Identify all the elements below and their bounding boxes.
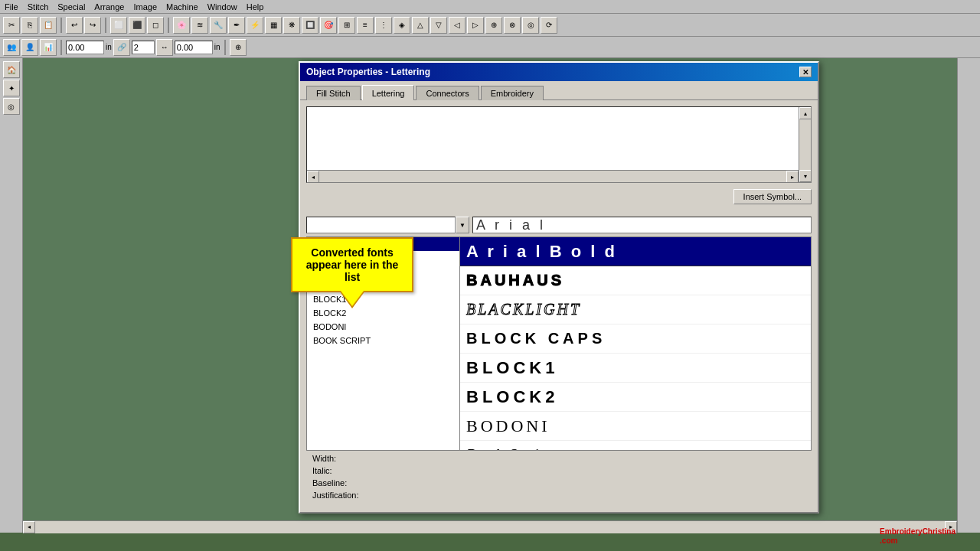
- font-preview-text: A r i a l: [476, 217, 546, 233]
- toolbar-btn-16[interactable]: ⊞: [338, 17, 355, 34]
- tab-lettering[interactable]: Lettering: [362, 85, 415, 100]
- font-preview-bauhaus[interactable]: BAUHAUS: [460, 266, 811, 295]
- toolbar-btn-17[interactable]: ≡: [357, 17, 374, 34]
- font-preview-box: A r i a l: [472, 217, 812, 233]
- toolbar2-btn-1[interactable]: 👥: [3, 39, 20, 56]
- h-scrollbar[interactable]: ◂ ▸: [23, 520, 957, 533]
- font-previews-list[interactable]: A r i a l B o l d BAUHAUS BLACKLIGHT BLO…: [460, 237, 811, 450]
- font-preview-block2[interactable]: BLOCK2: [460, 383, 811, 412]
- toolbar2-btn-5[interactable]: ⊕: [230, 39, 247, 56]
- toolbar-btn-19[interactable]: ◈: [394, 17, 410, 34]
- sidebar-btn-1[interactable]: 🏠: [3, 61, 20, 78]
- prop-row-width: Width:: [312, 454, 805, 463]
- prop-row-justification: Justification:: [312, 491, 805, 500]
- toolbar-btn-26[interactable]: ◎: [522, 17, 539, 34]
- menu-special[interactable]: Special: [57, 2, 85, 11]
- toolbar-btn-5[interactable]: ⬛: [129, 17, 145, 34]
- toolbar-btn-undo[interactable]: ↩: [66, 17, 83, 34]
- toolbar-btn-13[interactable]: ❋: [283, 17, 300, 34]
- menu-machine[interactable]: Machine: [166, 2, 198, 11]
- menu-window[interactable]: Window: [207, 2, 237, 11]
- toolbar-btn-7[interactable]: 🌸: [173, 17, 190, 34]
- baseline-label: Baseline:: [312, 478, 374, 487]
- toolbar2-lock[interactable]: 🔗: [113, 39, 130, 56]
- toolbar-btn-14[interactable]: 🔲: [302, 17, 318, 34]
- toolbar-btn-10[interactable]: ✒: [228, 17, 245, 34]
- preview-scroll-left[interactable]: ◂: [307, 171, 319, 183]
- toolbar-btn-11[interactable]: ⚡: [247, 17, 263, 34]
- preview-scrollbar-horizontal[interactable]: ◂ ▸: [307, 170, 799, 182]
- prop-row-baseline: Baseline:: [312, 478, 805, 487]
- toolbar2-btn-3[interactable]: 📊: [40, 39, 57, 56]
- font-item-block2[interactable]: BLOCK2: [307, 306, 459, 320]
- dialog-title: Object Properties - Lettering: [306, 67, 430, 77]
- toolbar-btn-1[interactable]: ✂: [3, 17, 20, 34]
- menu-stitch[interactable]: Stitch: [28, 2, 49, 11]
- y-input[interactable]: [175, 41, 213, 54]
- toolbar-btn-2[interactable]: ⎘: [21, 17, 38, 34]
- font-preview-book-script[interactable]: Book Script: [460, 441, 811, 450]
- font-preview-block-caps[interactable]: BLOCK CAPS: [460, 324, 811, 354]
- preview-scroll-right[interactable]: ▸: [786, 171, 799, 183]
- font-selector-row: Arial Bold ▼ A r i a l: [306, 217, 812, 233]
- font-preview-blacklight[interactable]: BLACKLIGHT: [460, 295, 811, 324]
- arial-bold-preview-text: A r i a l B o l d: [466, 242, 617, 262]
- sidebar-btn-3[interactable]: ◎: [3, 98, 20, 115]
- tab-connectors[interactable]: Connectors: [416, 86, 479, 100]
- font-name-input[interactable]: Arial Bold: [306, 217, 456, 233]
- bauhaus-preview-text: BAUHAUS: [466, 272, 564, 289]
- dialog-title-bar: Object Properties - Lettering ✕: [300, 63, 818, 81]
- toolbar-btn-27[interactable]: ⟳: [541, 17, 557, 34]
- toolbar-btn-18[interactable]: ⋮: [375, 17, 392, 34]
- menu-file[interactable]: File: [5, 2, 18, 11]
- menu-arrange[interactable]: Arrange: [94, 2, 124, 11]
- toolbar-2: 👥 👤 📊 in 🔗 ↔ in ⊕: [0, 37, 980, 58]
- x-input[interactable]: [66, 41, 104, 54]
- toolbar-btn-25[interactable]: ⊗: [504, 17, 521, 34]
- watermark: EmbroideryChristina.com: [880, 527, 956, 545]
- toolbar-btn-redo[interactable]: ↪: [84, 17, 101, 34]
- font-item-bodoni[interactable]: BODONI: [307, 320, 459, 334]
- toolbar2-btn-4[interactable]: ↔: [156, 39, 173, 56]
- font-item-block1[interactable]: BLOCK1: [307, 292, 459, 306]
- width-label: Width:: [312, 454, 374, 463]
- dialog-close-button[interactable]: ✕: [799, 67, 812, 77]
- toolbar-btn-6[interactable]: ◻: [147, 17, 164, 34]
- font-item-book-script[interactable]: BOOK SCRIPT: [307, 334, 459, 347]
- font-dropdown-container: Arial Bold ▼: [306, 217, 469, 233]
- font-dropdown-arrow[interactable]: ▼: [456, 217, 469, 233]
- insert-symbol-button[interactable]: Insert Symbol...: [733, 189, 812, 204]
- blacklight-preview-text: BLACKLIGHT: [466, 301, 581, 318]
- left-sidebar: 🏠 ✦ ◎: [0, 58, 23, 533]
- toolbar-btn-8[interactable]: ≋: [191, 17, 208, 34]
- preview-scroll-down[interactable]: ▾: [799, 170, 812, 182]
- font-preview-bodoni[interactable]: BODONI: [460, 412, 811, 441]
- block-caps-preview-text: BLOCK CAPS: [466, 330, 606, 347]
- tab-fill-stitch[interactable]: Fill Stitch: [306, 86, 361, 100]
- toolbar-btn-21[interactable]: ▽: [430, 17, 447, 34]
- book-script-preview-text: Book Script: [466, 446, 555, 450]
- toolbar-btn-24[interactable]: ⊕: [485, 17, 502, 34]
- watermark-text: EmbroideryChristina.com: [880, 527, 956, 545]
- menu-image[interactable]: Image: [133, 2, 157, 11]
- tab-embroidery[interactable]: Embroidery: [481, 86, 544, 100]
- toolbar-btn-12[interactable]: ▦: [265, 17, 282, 34]
- preview-scrollbar-vertical[interactable]: ▴ ▾: [799, 107, 811, 182]
- toolbar-btn-4[interactable]: ⬜: [110, 17, 127, 34]
- scroll-left-btn[interactable]: ◂: [23, 521, 35, 533]
- toolbar-btn-3[interactable]: 📋: [40, 17, 57, 34]
- font-preview-arial-bold[interactable]: A r i a l B o l d: [460, 237, 811, 266]
- count-input[interactable]: [132, 41, 155, 54]
- sidebar-btn-2[interactable]: ✦: [3, 80, 20, 96]
- menu-help[interactable]: Help: [247, 2, 264, 11]
- font-preview-block1[interactable]: BLOCK1: [460, 354, 811, 383]
- toolbar-btn-9[interactable]: 🔧: [210, 17, 227, 34]
- toolbar-btn-23[interactable]: ▷: [467, 17, 484, 34]
- toolbar-btn-15[interactable]: 🎯: [320, 17, 337, 34]
- toolbar-sep-3: [168, 18, 169, 33]
- toolbar-btn-20[interactable]: △: [412, 17, 429, 34]
- toolbar-btn-22[interactable]: ◁: [449, 17, 466, 34]
- toolbar2-btn-2[interactable]: 👤: [21, 39, 38, 56]
- properties-area: Width: Italic: Baseline: Justification:: [306, 451, 812, 506]
- preview-scroll-up[interactable]: ▴: [799, 107, 812, 119]
